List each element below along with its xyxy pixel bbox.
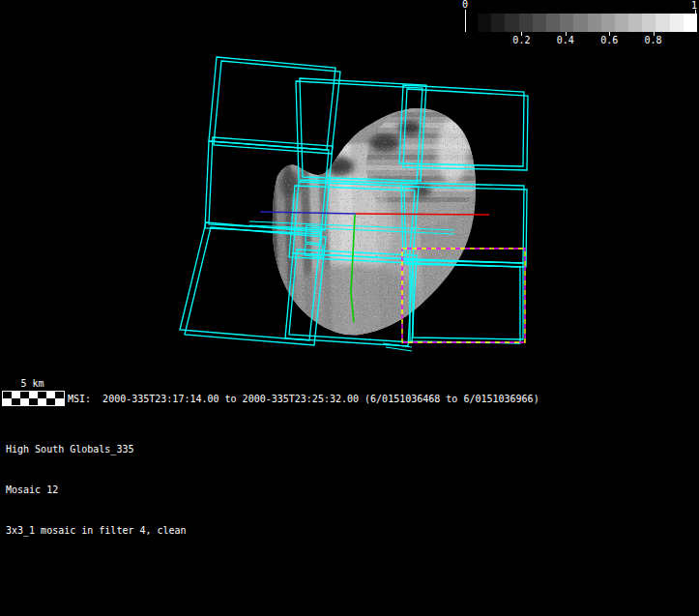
red-axis-line xyxy=(356,214,489,215)
info-block: High South Globals_335 Mosaic 12 3x3_1 m… xyxy=(6,416,187,565)
scale-bar-cell xyxy=(12,398,20,405)
colorbar-step xyxy=(655,14,669,32)
footprint-edge-line xyxy=(386,347,412,351)
footprint-top-left-second-exposure xyxy=(214,61,340,154)
status-line: MSI: 2000-335T23:17:14.00 to 2000-335T23… xyxy=(68,394,539,405)
scale-bar-cell xyxy=(20,392,29,398)
scale-bar-cell xyxy=(20,398,29,405)
colorbar-step xyxy=(478,14,491,32)
colorbar-step xyxy=(573,14,587,32)
scale-bar-cell xyxy=(55,392,64,398)
scale-bar-cell xyxy=(38,392,46,398)
colorbar-step xyxy=(588,14,601,32)
scale-bar-cell xyxy=(29,398,38,405)
scale-bar-cell xyxy=(29,392,38,398)
scale-bar-cell xyxy=(3,398,12,405)
colorbar-step xyxy=(670,14,684,32)
colorbar-gradient xyxy=(478,14,697,32)
colorbar-tick-label: 0.4 xyxy=(550,35,581,45)
viewport: 0 1 0.20.40.60.8 5 km MSI: 2000-335T23:1… xyxy=(0,0,699,616)
colorbar-step xyxy=(684,14,697,32)
scale-bar-cell xyxy=(3,392,12,398)
colorbar-tick-label: 0.8 xyxy=(638,35,669,45)
scale-bar-cell xyxy=(38,398,46,405)
colorbar-min-tick xyxy=(465,10,466,32)
scale-bar-checker xyxy=(2,391,65,406)
info-line-detail: 3x3_1 mosaic in filter 4, clean xyxy=(6,524,187,538)
colorbar-step xyxy=(491,14,505,32)
colorbar: 0 1 0.20.40.60.8 xyxy=(462,0,699,50)
scale-bar-cell xyxy=(55,398,64,405)
colorbar-tick-label: 0.6 xyxy=(594,35,625,45)
colorbar-min-label: 0 xyxy=(462,0,468,10)
info-line-sequence: High South Globals_335 xyxy=(6,443,187,456)
colorbar-step xyxy=(533,14,546,32)
colorbar-step xyxy=(615,14,628,32)
colorbar-step xyxy=(642,14,655,32)
scale-bar-cell xyxy=(46,398,55,405)
colorbar-step xyxy=(505,14,518,32)
colorbar-step xyxy=(601,14,615,32)
colorbar-tick-label: 0.2 xyxy=(506,35,537,45)
footprint-top-left xyxy=(209,57,335,150)
scale-bar-cell xyxy=(12,392,20,398)
colorbar-step xyxy=(560,14,573,32)
colorbar-step xyxy=(519,14,533,32)
colorbar-step xyxy=(628,14,642,32)
colorbar-max-label: 1 xyxy=(691,1,697,11)
colorbar-step xyxy=(546,14,560,32)
scale-bar-cell xyxy=(46,392,55,398)
scale-bar-label: 5 km xyxy=(0,378,65,390)
info-line-mosaic: Mosaic 12 xyxy=(6,484,187,497)
